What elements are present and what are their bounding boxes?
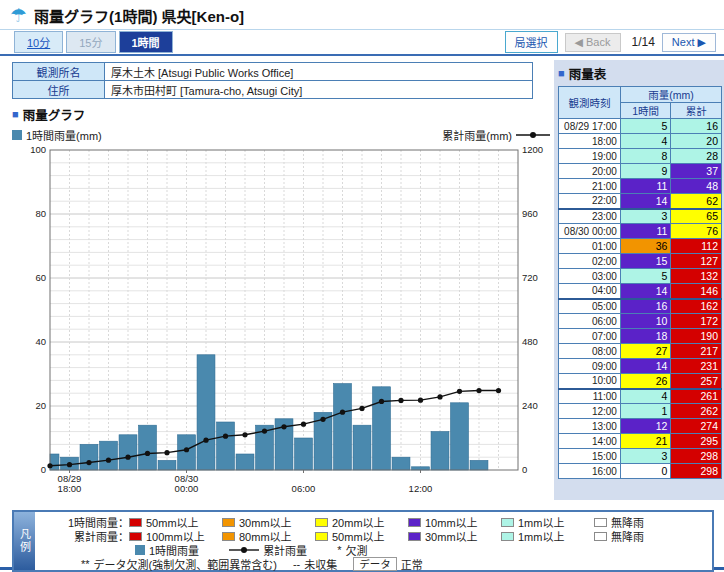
note-marker-2: --	[293, 558, 300, 570]
rain-table-row: 08/30 00:001176	[559, 224, 722, 239]
rain-table-row: 09:0014231	[559, 359, 722, 374]
hourly-rainfall-cell: 11	[620, 224, 670, 239]
back-button[interactable]: ◀ Back	[565, 33, 621, 52]
rain-table-row: 11:004261	[559, 389, 722, 404]
series-samples-row: 1時間雨量 累計雨量 * 欠測	[41, 543, 708, 557]
bar-series-key: 1時間雨量(mm)	[12, 127, 102, 143]
legend-threshold-label: 1mm以上	[518, 528, 564, 544]
graph-section-title: ■ 雨量グラフ	[12, 105, 552, 124]
notes-row: ** データ欠測(強制欠測、範囲異常含む) -- 未収集 データ 正常	[41, 557, 708, 571]
bar-swatch-icon	[12, 130, 22, 140]
line-series-label: 累計雨量(mm)	[442, 127, 512, 143]
note-text-2: 未収集	[304, 556, 337, 572]
rain-table-row: 07:0018190	[559, 329, 722, 344]
legend-panel-label: 凡例	[14, 512, 35, 570]
observation-time-cell: 08/29 17:00	[559, 119, 621, 134]
tab-15min[interactable]: 15分	[66, 31, 115, 53]
hourly-rainfall-cell: 15	[620, 254, 670, 269]
cumulative-rainfall-cell: 132	[671, 269, 722, 284]
legend-swatch-icon	[501, 532, 514, 541]
observation-time-cell: 21:00	[559, 179, 621, 194]
legend-threshold-item: 30mm以上	[408, 528, 501, 544]
legend-threshold-label: 30mm以上	[425, 528, 478, 544]
rain-table-row: 05:0016162	[559, 299, 722, 314]
hourly-rainfall-cell: 5	[620, 269, 670, 284]
note-marker-1: **	[81, 558, 90, 570]
station-info-table: 観測所名 厚木土木 [Atsugi Public Works Office] 住…	[12, 62, 533, 99]
legend-threshold-label: 無降雨	[611, 528, 644, 544]
cumulative-rainfall-cell: 20	[671, 134, 722, 149]
observation-time-cell: 01:00	[559, 239, 621, 254]
hourly-rainfall-cell: 12	[620, 419, 670, 434]
hourly-rainfall-cell: 3	[620, 449, 670, 464]
rainfall-monitor-page: ☂ 雨量グラフ(1時間) 県央[Ken-o] 10分 15分 1時間 局選択 ◀…	[0, 0, 724, 570]
observation-time-cell: 06:00	[559, 314, 621, 329]
legend-swatch-icon	[594, 518, 607, 527]
observation-time-cell: 16:00	[559, 464, 621, 479]
rain-table-row: 12:001262	[559, 404, 722, 419]
tab-10min[interactable]: 10分	[14, 31, 63, 53]
note-forced-missing: ** データ欠測(強制欠測、範囲異常含む)	[81, 556, 277, 572]
cumulative-rainfall-cell: 28	[671, 149, 722, 164]
cumulative-column-header: 累計	[671, 103, 722, 119]
rain-table-header-row: 観測時刻 雨量(mm)	[559, 87, 722, 103]
blue-square-icon: ■	[12, 109, 19, 120]
bar-series-label: 1時間雨量(mm)	[26, 127, 102, 143]
legend-panel: 凡例 1時間雨量： 50mm以上30mm以上20mm以上10mm以上1mm以上無…	[12, 510, 714, 572]
note-text-3: 正常	[401, 556, 423, 572]
station-address-value: 厚木市田村町 [Tamura-cho, Atsugi City]	[105, 81, 533, 99]
observation-time-cell: 08:00	[559, 344, 621, 359]
legend-content: 1時間雨量： 50mm以上30mm以上20mm以上10mm以上1mm以上無降雨 …	[35, 512, 712, 570]
cumulative-rainfall-cell: 62	[671, 194, 722, 209]
rain-table-row: 04:0014146	[559, 284, 722, 299]
data-sample-box: データ	[353, 557, 397, 571]
svg-text:240: 240	[522, 400, 538, 411]
hourly-rainfall-cell: 27	[620, 344, 670, 359]
observation-time-cell: 14:00	[559, 434, 621, 449]
observation-time-cell: 08/30 00:00	[559, 224, 621, 239]
observation-time-cell: 18:00	[559, 134, 621, 149]
legend-swatch-icon	[501, 518, 514, 527]
hourly-column-header: 1時間	[620, 103, 670, 119]
cumulative-rainfall-cell: 217	[671, 344, 722, 359]
blue-square-icon: ■	[558, 68, 565, 79]
rain-table-panel: ■ 雨量表 観測時刻 雨量(mm) 1時間 累計 08/29 17:005161…	[554, 60, 724, 500]
rain-table-row: 13:0012274	[559, 419, 722, 434]
rain-table-row: 08:0027217	[559, 344, 722, 359]
rain-table-row: 16:000298	[559, 464, 722, 479]
rain-table-row: 19:00828	[559, 149, 722, 164]
cumulative-thresholds-row: 累計雨量： 100mm以上80mm以上50mm以上30mm以上1mm以上無降雨	[41, 529, 708, 543]
cumulative-rainfall-cell: 127	[671, 254, 722, 269]
hourly-rainfall-cell: 14	[620, 194, 670, 209]
hourly-rainfall-cell: 5	[620, 119, 670, 134]
hourly-rainfall-cell: 9	[620, 164, 670, 179]
station-select-button[interactable]: 局選択	[505, 31, 558, 53]
cumulative-rainfall-cell: 295	[671, 434, 722, 449]
time-column-header: 観測時刻	[559, 87, 621, 119]
legend-swatch-icon	[408, 532, 421, 541]
note-uncollected: -- 未収集	[293, 556, 337, 572]
hourly-rainfall-cell: 14	[620, 359, 670, 374]
cumulative-rainfall-cell: 76	[671, 224, 722, 239]
rain-table-row: 23:00365	[559, 209, 722, 224]
rain-table-row: 03:005132	[559, 269, 722, 284]
hourly-rainfall-cell: 14	[620, 284, 670, 299]
hourly-rainfall-cell: 36	[620, 239, 670, 254]
cumulative-rainfall-cell: 190	[671, 329, 722, 344]
rain-table-row: 06:0010172	[559, 314, 722, 329]
hourly-rainfall-cell: 3	[620, 209, 670, 224]
table-section-title-text: 雨量表	[569, 64, 607, 83]
legend-threshold-item: 1mm以上	[501, 528, 594, 544]
svg-text:0: 0	[41, 464, 46, 475]
svg-text:40: 40	[35, 336, 46, 347]
rain-table-row: 22:001462	[559, 194, 722, 209]
cumulative-thresholds-label: 累計雨量：	[41, 528, 129, 544]
graph-section-title-text: 雨量グラフ	[23, 105, 86, 124]
hourly-rainfall-cell: 4	[620, 134, 670, 149]
hourly-thresholds-row: 1時間雨量： 50mm以上30mm以上20mm以上10mm以上1mm以上無降雨	[41, 515, 708, 529]
line-series-key: 累計雨量(mm)	[442, 127, 550, 143]
tab-1hour[interactable]: 1時間	[119, 31, 173, 53]
station-address-row: 住所 厚木市田村町 [Tamura-cho, Atsugi City]	[13, 81, 533, 99]
next-button[interactable]: Next ▶	[662, 33, 716, 52]
svg-text:960: 960	[522, 208, 538, 219]
